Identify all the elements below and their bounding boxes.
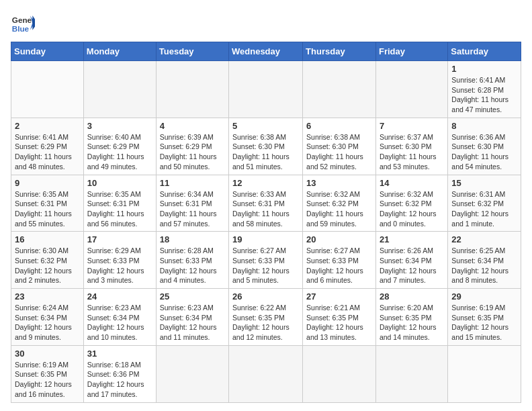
day-info: Sunrise: 6:30 AM Sunset: 6:32 PM Dayligh…: [15, 246, 80, 285]
calendar-day: 10Sunrise: 6:35 AM Sunset: 6:31 PM Dayli…: [83, 175, 156, 232]
calendar-day: 25Sunrise: 6:23 AM Sunset: 6:34 PM Dayli…: [156, 289, 228, 346]
weekday-header-tuesday: Tuesday: [156, 42, 228, 61]
calendar-day: 26Sunrise: 6:22 AM Sunset: 6:35 PM Dayli…: [229, 289, 303, 346]
calendar-day: 9Sunrise: 6:35 AM Sunset: 6:31 PM Daylig…: [11, 175, 84, 232]
day-info: Sunrise: 6:32 AM Sunset: 6:32 PM Dayligh…: [380, 189, 444, 229]
day-info: Sunrise: 6:24 AM Sunset: 6:34 PM Dayligh…: [15, 303, 80, 342]
calendar-day: [11, 61, 84, 118]
calendar-day: 1Sunrise: 6:41 AM Sunset: 6:28 PM Daylig…: [448, 61, 521, 118]
day-info: Sunrise: 6:20 AM Sunset: 6:35 PM Dayligh…: [380, 303, 444, 342]
day-info: Sunrise: 6:23 AM Sunset: 6:34 PM Dayligh…: [87, 303, 152, 342]
calendar-day: 19Sunrise: 6:27 AM Sunset: 6:33 PM Dayli…: [229, 232, 303, 289]
day-number: 28: [380, 291, 444, 302]
day-info: Sunrise: 6:25 AM Sunset: 6:34 PM Dayligh…: [451, 246, 517, 285]
weekday-header-wednesday: Wednesday: [229, 42, 303, 61]
day-number: 16: [15, 234, 80, 244]
calendar-day: 28Sunrise: 6:20 AM Sunset: 6:35 PM Dayli…: [375, 289, 447, 346]
day-info: Sunrise: 6:21 AM Sunset: 6:35 PM Dayligh…: [306, 303, 372, 342]
day-number: 10: [87, 178, 152, 188]
day-info: Sunrise: 6:31 AM Sunset: 6:32 PM Dayligh…: [451, 189, 517, 229]
day-number: 9: [15, 178, 80, 188]
day-number: 31: [87, 349, 152, 359]
svg-text:General: General: [12, 15, 35, 24]
day-number: 6: [306, 121, 372, 131]
day-number: 1: [451, 64, 517, 74]
day-info: Sunrise: 6:37 AM Sunset: 6:30 PM Dayligh…: [380, 132, 444, 172]
calendar-day: [83, 61, 156, 118]
calendar-day: 15Sunrise: 6:31 AM Sunset: 6:32 PM Dayli…: [448, 175, 521, 232]
day-info: Sunrise: 6:38 AM Sunset: 6:30 PM Dayligh…: [306, 132, 372, 172]
day-info: Sunrise: 6:19 AM Sunset: 6:35 PM Dayligh…: [15, 360, 80, 400]
day-number: 24: [87, 291, 152, 302]
calendar-day: 29Sunrise: 6:19 AM Sunset: 6:35 PM Dayli…: [448, 289, 521, 346]
day-info: Sunrise: 6:39 AM Sunset: 6:29 PM Dayligh…: [160, 132, 225, 172]
day-number: 11: [160, 178, 225, 188]
page-header: General Blue: [11, 11, 521, 35]
day-number: 27: [306, 291, 372, 302]
weekday-header-monday: Monday: [83, 42, 156, 61]
calendar-day: 16Sunrise: 6:30 AM Sunset: 6:32 PM Dayli…: [11, 232, 84, 289]
calendar-day: 13Sunrise: 6:32 AM Sunset: 6:32 PM Dayli…: [303, 175, 376, 232]
calendar-day: [156, 345, 228, 402]
calendar-day: 20Sunrise: 6:27 AM Sunset: 6:33 PM Dayli…: [303, 232, 376, 289]
day-number: 29: [451, 291, 517, 302]
calendar-day: 6Sunrise: 6:38 AM Sunset: 6:30 PM Daylig…: [303, 118, 376, 175]
day-info: Sunrise: 6:41 AM Sunset: 6:29 PM Dayligh…: [15, 132, 80, 172]
calendar-day: 22Sunrise: 6:25 AM Sunset: 6:34 PM Dayli…: [448, 232, 521, 289]
weekday-header-friday: Friday: [375, 42, 447, 61]
calendar-day: [156, 61, 228, 118]
day-info: Sunrise: 6:33 AM Sunset: 6:31 PM Dayligh…: [232, 189, 299, 229]
weekday-header-thursday: Thursday: [303, 42, 376, 61]
calendar-week-3: 9Sunrise: 6:35 AM Sunset: 6:31 PM Daylig…: [11, 175, 521, 232]
calendar-day: [303, 61, 376, 118]
day-number: 22: [451, 234, 517, 244]
calendar-day: [375, 61, 447, 118]
day-info: Sunrise: 6:27 AM Sunset: 6:33 PM Dayligh…: [232, 246, 299, 285]
day-info: Sunrise: 6:41 AM Sunset: 6:28 PM Dayligh…: [451, 75, 517, 115]
day-number: 8: [451, 121, 517, 131]
day-number: 18: [160, 234, 225, 244]
calendar-day: 21Sunrise: 6:26 AM Sunset: 6:34 PM Dayli…: [375, 232, 447, 289]
day-number: 17: [87, 234, 152, 244]
svg-text:Blue: Blue: [12, 24, 30, 33]
calendar-day: 18Sunrise: 6:28 AM Sunset: 6:33 PM Dayli…: [156, 232, 228, 289]
logo-icon: General Blue: [11, 11, 35, 35]
day-info: Sunrise: 6:29 AM Sunset: 6:33 PM Dayligh…: [87, 246, 152, 285]
day-number: 30: [15, 349, 80, 359]
calendar-week-5: 23Sunrise: 6:24 AM Sunset: 6:34 PM Dayli…: [11, 289, 521, 346]
day-info: Sunrise: 6:22 AM Sunset: 6:35 PM Dayligh…: [232, 303, 299, 342]
day-info: Sunrise: 6:38 AM Sunset: 6:30 PM Dayligh…: [232, 132, 299, 172]
day-number: 4: [160, 121, 225, 131]
day-number: 23: [15, 291, 80, 302]
calendar-day: [375, 345, 447, 402]
day-info: Sunrise: 6:18 AM Sunset: 6:36 PM Dayligh…: [87, 360, 152, 400]
day-number: 26: [232, 291, 299, 302]
calendar-day: 5Sunrise: 6:38 AM Sunset: 6:30 PM Daylig…: [229, 118, 303, 175]
day-number: 5: [232, 121, 299, 131]
day-info: Sunrise: 6:19 AM Sunset: 6:35 PM Dayligh…: [451, 303, 517, 342]
day-number: 21: [380, 234, 444, 244]
day-number: 20: [306, 234, 372, 244]
calendar-day: 24Sunrise: 6:23 AM Sunset: 6:34 PM Dayli…: [83, 289, 156, 346]
day-number: 2: [15, 121, 80, 131]
calendar-day: [448, 345, 521, 402]
weekday-header-saturday: Saturday: [448, 42, 521, 61]
calendar-day: 8Sunrise: 6:36 AM Sunset: 6:30 PM Daylig…: [448, 118, 521, 175]
day-number: 3: [87, 121, 152, 131]
day-info: Sunrise: 6:34 AM Sunset: 6:31 PM Dayligh…: [160, 189, 225, 229]
calendar-day: 23Sunrise: 6:24 AM Sunset: 6:34 PM Dayli…: [11, 289, 84, 346]
calendar-day: 3Sunrise: 6:40 AM Sunset: 6:29 PM Daylig…: [83, 118, 156, 175]
calendar-day: 4Sunrise: 6:39 AM Sunset: 6:29 PM Daylig…: [156, 118, 228, 175]
weekday-header-sunday: Sunday: [11, 42, 84, 61]
calendar-day: [229, 61, 303, 118]
day-number: 7: [380, 121, 444, 131]
day-info: Sunrise: 6:32 AM Sunset: 6:32 PM Dayligh…: [306, 189, 372, 229]
calendar-day: 2Sunrise: 6:41 AM Sunset: 6:29 PM Daylig…: [11, 118, 84, 175]
calendar-week-1: 1Sunrise: 6:41 AM Sunset: 6:28 PM Daylig…: [11, 61, 521, 118]
day-info: Sunrise: 6:23 AM Sunset: 6:34 PM Dayligh…: [160, 303, 225, 342]
day-info: Sunrise: 6:35 AM Sunset: 6:31 PM Dayligh…: [15, 189, 80, 229]
calendar-day: 7Sunrise: 6:37 AM Sunset: 6:30 PM Daylig…: [375, 118, 447, 175]
calendar-day: [229, 345, 303, 402]
calendar-day: 27Sunrise: 6:21 AM Sunset: 6:35 PM Dayli…: [303, 289, 376, 346]
calendar-day: [303, 345, 376, 402]
